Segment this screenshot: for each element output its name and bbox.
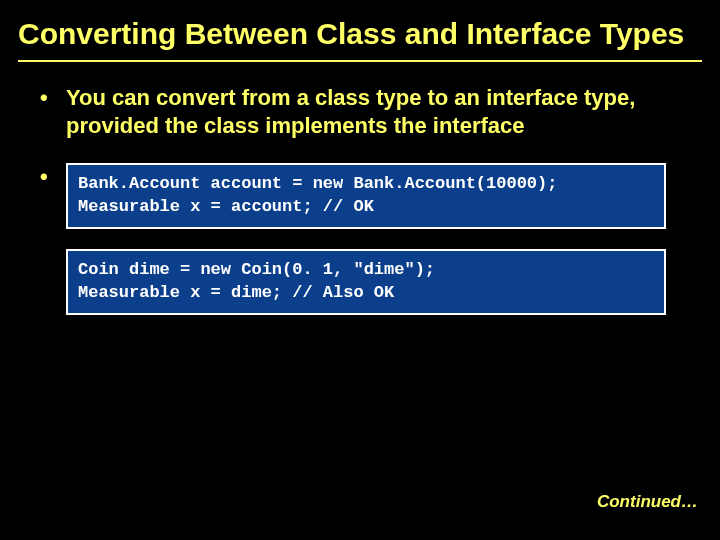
continued-label: Continued… bbox=[597, 492, 698, 512]
bullet-text-1: You can convert from a class type to an … bbox=[66, 85, 635, 138]
slide: Converting Between Class and Interface T… bbox=[0, 0, 720, 315]
bullet-list: You can convert from a class type to an … bbox=[18, 84, 702, 315]
slide-title: Converting Between Class and Interface T… bbox=[18, 16, 684, 62]
bullet-item-2: Bank.Account account = new Bank.Account(… bbox=[40, 163, 702, 315]
code-block-2: Coin dime = new Coin(0. 1, "dime"); Meas… bbox=[66, 249, 666, 315]
code-wrap: Bank.Account account = new Bank.Account(… bbox=[66, 163, 702, 315]
code-block-1: Bank.Account account = new Bank.Account(… bbox=[66, 163, 666, 229]
bullet-item-1: You can convert from a class type to an … bbox=[40, 84, 702, 139]
